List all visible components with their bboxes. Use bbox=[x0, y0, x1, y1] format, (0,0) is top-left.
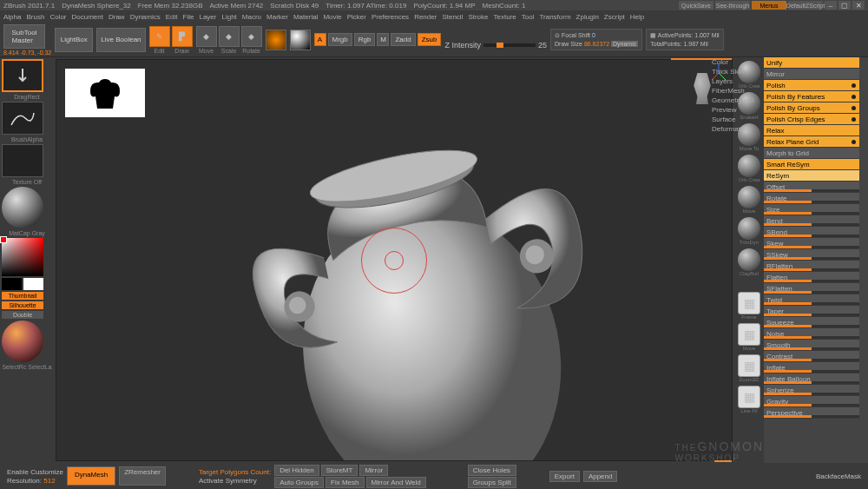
zsub-button[interactable]: Zsub bbox=[418, 33, 442, 46]
deform-sbend[interactable]: SBend bbox=[764, 227, 859, 238]
lightbox-button[interactable]: LightBox bbox=[55, 28, 93, 52]
deform-contrast[interactable]: Contrast bbox=[764, 351, 859, 362]
menu-marker[interactable]: Marker bbox=[266, 13, 288, 21]
menu-texture[interactable]: Texture bbox=[494, 13, 516, 21]
palette-fibermesh[interactable]: FiberMesh bbox=[712, 86, 764, 96]
append-button[interactable]: Append bbox=[583, 471, 618, 482]
menu-zscript[interactable]: Zscript bbox=[604, 13, 625, 21]
menu-alpha[interactable]: Alpha bbox=[3, 13, 21, 21]
a-button[interactable]: A bbox=[314, 33, 326, 46]
zremesher-button[interactable]: ZRemesher bbox=[119, 466, 166, 486]
deform-relax-plane-grid[interactable]: Relax Plane Grid bbox=[764, 136, 859, 148]
deform-mirror[interactable]: Mirror bbox=[764, 69, 859, 80]
palette-surface[interactable]: Surface bbox=[712, 115, 764, 124]
menu-light[interactable]: Light bbox=[221, 13, 236, 21]
minimize-button[interactable]: – bbox=[825, 1, 837, 10]
close-button[interactable]: ✕ bbox=[852, 1, 865, 10]
menu-dynamics[interactable]: Dynamics bbox=[130, 13, 161, 21]
deform-unify[interactable]: Unify bbox=[764, 57, 859, 69]
mirror-button[interactable]: Mirror bbox=[359, 465, 388, 476]
deform-flatten[interactable]: Flatten bbox=[764, 272, 859, 283]
thumbnail-button[interactable]: Thumbnail bbox=[2, 292, 43, 300]
menu-edit[interactable]: Edit bbox=[166, 13, 178, 21]
drawsize-box[interactable]: ⊙ Focal Shift 0 Draw Size 86.82372 Dynam… bbox=[550, 29, 642, 50]
brush-orbcrea[interactable] bbox=[738, 155, 760, 177]
sculptris-button[interactable] bbox=[290, 30, 311, 50]
menus-button[interactable]: Menus bbox=[752, 1, 786, 10]
deform-sskew[interactable]: SSkew bbox=[764, 249, 859, 261]
deform-rotate[interactable]: Rotate bbox=[764, 193, 859, 204]
deform-spherize[interactable]: Spherize bbox=[764, 385, 859, 396]
draw-mode-button[interactable]: ▛ bbox=[172, 26, 193, 47]
swatch-white[interactable] bbox=[23, 278, 43, 290]
storemt-button[interactable]: StoreMT bbox=[321, 465, 358, 476]
palette-geometryhd[interactable]: Geometry HD bbox=[712, 96, 764, 105]
deform-relax[interactable]: Relax bbox=[764, 125, 859, 136]
deform-offset[interactable]: Offset bbox=[764, 182, 859, 193]
nav-move[interactable]: ▦ bbox=[738, 323, 760, 346]
deform-noise[interactable]: Noise bbox=[764, 328, 859, 340]
export-button[interactable]: Export bbox=[549, 471, 580, 482]
rotate-button[interactable]: ◆ bbox=[241, 26, 262, 47]
palette-thickskin[interactable]: Thick Skin bbox=[712, 67, 764, 76]
deform-taper[interactable]: Taper bbox=[764, 306, 859, 317]
menu-movie[interactable]: Movie bbox=[323, 13, 341, 21]
deform-sflatten[interactable]: SFlatten bbox=[764, 283, 859, 294]
deform-polish[interactable]: Polish bbox=[764, 80, 859, 91]
alpha-thumb[interactable] bbox=[2, 102, 43, 135]
deform-morph-to-grid[interactable]: Morph to Grid bbox=[764, 148, 859, 159]
groups-split-button[interactable]: Groups Split bbox=[468, 477, 516, 488]
deform-squeeze[interactable]: Squeeze bbox=[764, 317, 859, 328]
dynamesh-button[interactable]: DynaMesh bbox=[67, 466, 115, 486]
maximize-button[interactable]: ▢ bbox=[838, 1, 851, 10]
auto-groups-button[interactable]: Auto Groups bbox=[274, 477, 324, 488]
gizmo-button[interactable] bbox=[266, 30, 286, 50]
activate-symmetry-button[interactable]: Activate Symmetry bbox=[199, 477, 271, 485]
move-button[interactable]: ◆ bbox=[196, 26, 217, 47]
double-button[interactable]: Double bbox=[2, 311, 43, 319]
menu-brush[interactable]: Brush bbox=[26, 13, 44, 21]
palette-preview[interactable]: Preview bbox=[712, 105, 764, 115]
menu-render[interactable]: Render bbox=[414, 13, 437, 21]
brush-trimdyn[interactable] bbox=[738, 217, 760, 240]
menu-document[interactable]: Document bbox=[72, 13, 103, 21]
mrgb-button[interactable]: Mrgb bbox=[328, 33, 352, 46]
menu-stencil[interactable]: Stencil bbox=[442, 13, 463, 21]
deform-smooth[interactable]: Smooth bbox=[764, 340, 859, 351]
edit-mode-button[interactable]: ✎ bbox=[149, 26, 170, 47]
deform-inflate[interactable]: Inflate bbox=[764, 362, 859, 373]
material-thumb[interactable] bbox=[2, 187, 52, 228]
deform-polish-crisp-edges[interactable]: Polish Crisp Edges bbox=[764, 114, 859, 125]
menu-transform[interactable]: Transform bbox=[539, 13, 570, 21]
deform-perspective[interactable]: Perspective bbox=[764, 407, 859, 419]
menu-picker[interactable]: Picker bbox=[347, 13, 366, 21]
deform-inflate-balloon[interactable]: Inflate Balloon bbox=[764, 373, 859, 385]
deform-polish-by-groups[interactable]: Polish By Groups bbox=[764, 102, 859, 114]
brush-move[interactable] bbox=[738, 186, 760, 208]
menu-help[interactable]: Help bbox=[630, 13, 644, 21]
menu-tool[interactable]: Tool bbox=[522, 13, 535, 21]
palette-deformation[interactable]: Deformation bbox=[712, 124, 764, 134]
brush-thumb[interactable] bbox=[2, 59, 43, 92]
nav-frame[interactable]: ▦ bbox=[738, 292, 760, 314]
menu-color[interactable]: Color bbox=[49, 13, 66, 21]
deform-twist[interactable]: Twist bbox=[764, 294, 859, 306]
fix-mesh-button[interactable]: Fix Mesh bbox=[326, 477, 364, 488]
menu-stroke[interactable]: Stroke bbox=[468, 13, 488, 21]
texture-thumb[interactable] bbox=[2, 144, 43, 177]
m-button[interactable]: M bbox=[377, 33, 389, 46]
color-picker[interactable] bbox=[2, 238, 43, 276]
preview-sphere[interactable] bbox=[2, 320, 52, 362]
seethrough-button[interactable]: See-through bbox=[715, 1, 750, 10]
rgb-button[interactable]: Rgb bbox=[354, 33, 376, 46]
defaultzscript-button[interactable]: DefaultZScript bbox=[788, 1, 823, 10]
menu-file[interactable]: File bbox=[183, 13, 194, 21]
palette-layers[interactable]: Layers bbox=[712, 76, 764, 86]
nav-zoom3d[interactable]: ▦ bbox=[738, 354, 760, 377]
subtool-master-button[interactable]: SubTool Master bbox=[3, 24, 45, 49]
menu-layer[interactable]: Layer bbox=[199, 13, 216, 21]
deform-rflatten[interactable]: RFlatten bbox=[764, 261, 859, 272]
deform-smart-resym[interactable]: Smart ReSym bbox=[764, 159, 859, 170]
mirror-and-weld-button[interactable]: Mirror And Weld bbox=[366, 477, 426, 488]
brush-claybuil[interactable] bbox=[738, 248, 760, 271]
